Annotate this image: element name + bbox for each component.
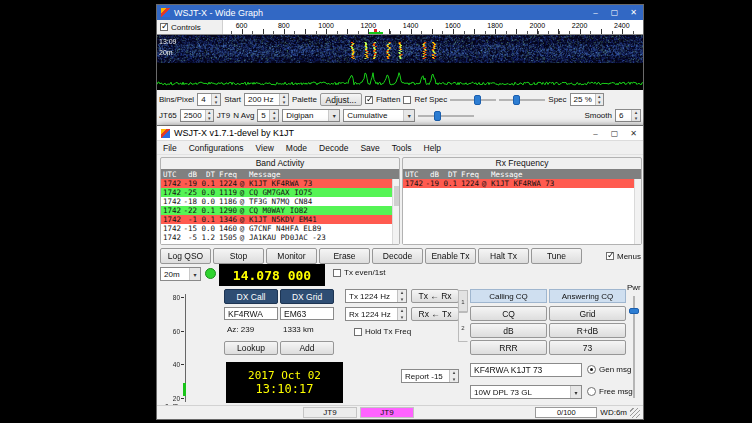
- pwr-slider[interactable]: [628, 296, 640, 398]
- spinner-arrows-icon[interactable]: ▴▾: [397, 308, 406, 320]
- add-button[interactable]: Add: [280, 341, 334, 355]
- decode-row[interactable]: 1742 -1 0.1 1346 @ K1JT N5KDV EM41: [161, 215, 392, 224]
- palette-combo[interactable]: Digipan ▾: [282, 109, 340, 122]
- slider-track: [499, 99, 545, 101]
- meter-axis: [185, 294, 186, 402]
- spectrum-display[interactable]: [157, 63, 643, 90]
- action-button[interactable]: Log QSO: [160, 248, 211, 264]
- action-button[interactable]: Halt Tx: [478, 248, 529, 264]
- resize-grip-icon[interactable]: [630, 408, 640, 418]
- decode-row[interactable]: 1742 -5 1.2 1505 @ JA1KAU PD0JAC -23: [161, 233, 392, 242]
- decode-row[interactable]: 1742 -25 0.0 1119 @ CQ GM7GAX IO75: [161, 188, 392, 197]
- lookup-button[interactable]: Lookup: [224, 341, 278, 355]
- spinner-arrows-icon[interactable]: ▴▾: [269, 110, 278, 121]
- chevron-down-icon: ▾: [570, 386, 581, 398]
- display-mode-combo[interactable]: Cumulative ▾: [343, 109, 415, 122]
- scrollbar[interactable]: [392, 179, 399, 244]
- menu-item[interactable]: Configurations: [183, 143, 250, 153]
- message-button[interactable]: R+dB: [549, 323, 626, 338]
- action-button[interactable]: Tune: [531, 248, 582, 264]
- navg-spinner[interactable]: 5 ▴▾: [257, 109, 279, 122]
- decode-row[interactable]: 1742 -19 0.1 1224 @ K1JT KF4RWA 73: [161, 179, 392, 188]
- smooth-spinner[interactable]: 6 ▴▾: [615, 109, 641, 122]
- message-button[interactable]: CQ: [470, 306, 547, 321]
- waterfall-zero-slider[interactable]: [499, 93, 545, 107]
- gen-msg-radio[interactable]: Gen msg: [587, 365, 631, 374]
- spinner-arrows-icon[interactable]: ▴▾: [631, 110, 640, 121]
- menu-item[interactable]: View: [250, 143, 280, 153]
- menu-item[interactable]: Help: [418, 143, 447, 153]
- maximize-icon[interactable]: ▢: [605, 126, 624, 140]
- close-icon[interactable]: ✕: [624, 126, 643, 140]
- menu-item[interactable]: Tools: [386, 143, 418, 153]
- spectrum-gain-slider[interactable]: [418, 109, 474, 123]
- dx-call-button[interactable]: DX Call: [224, 289, 278, 304]
- menus-checkbox[interactable]: Menus: [606, 252, 641, 261]
- decode-row[interactable]: 1742 -19 0.1 1224 @ K1JT KF4RWA 73: [403, 179, 634, 188]
- spectrum-canvas[interactable]: [157, 63, 643, 90]
- decode-row[interactable]: 1742 -15 0.0 1460 @ G7CNF N4HFA EL89: [161, 224, 392, 233]
- tx-from-rx-button[interactable]: Tx ← Rx: [411, 289, 459, 303]
- tx-freq-spinner[interactable]: Tx 1224 Hz ▴▾: [345, 289, 407, 303]
- rx-from-tx-button[interactable]: Rx ← Tx: [411, 307, 459, 321]
- menu-item[interactable]: Mode: [280, 143, 313, 153]
- action-button[interactable]: Enable Tx: [425, 248, 476, 264]
- waterfall-canvas[interactable]: [157, 35, 643, 63]
- spinner-arrows-icon[interactable]: ▴▾: [595, 94, 603, 105]
- spinner-arrows-icon[interactable]: ▴▾: [449, 370, 458, 382]
- spinner-arrows-icon[interactable]: ▴▾: [205, 110, 213, 121]
- action-button[interactable]: Monitor: [266, 248, 317, 264]
- main-titlebar[interactable]: WSJT-X v1.7.1-devel by K1JT – ▢ ✕: [157, 126, 643, 141]
- tab-1[interactable]: 1: [458, 290, 468, 312]
- hold-tx-freq-checkbox[interactable]: Hold Tx Freq: [354, 327, 411, 336]
- dx-call-field[interactable]: KF4RWA: [224, 307, 278, 320]
- report-spinner[interactable]: Report -15 ▴▾: [401, 369, 459, 383]
- waterfall[interactable]: 13:09 20m: [157, 35, 643, 63]
- band-select-combo[interactable]: 20m ▾: [160, 267, 201, 281]
- action-button[interactable]: Decode: [372, 248, 423, 264]
- minimize-icon[interactable]: –: [586, 5, 605, 20]
- slider-handle[interactable]: [434, 111, 441, 121]
- free-msg-combo[interactable]: 10W DPL 73 GL ▾: [470, 385, 582, 399]
- scrollbar-thumb[interactable]: [394, 186, 399, 206]
- spinner-arrows-icon[interactable]: ▴▾: [397, 290, 406, 302]
- scrollbar[interactable]: [634, 179, 641, 244]
- tab-2[interactable]: 2: [458, 312, 468, 342]
- start-spinner[interactable]: 200 Hz ▴▾: [244, 93, 289, 106]
- message-button[interactable]: dB: [470, 323, 547, 338]
- spinner-arrows-icon[interactable]: ▴▾: [211, 94, 220, 105]
- dx-grid-button[interactable]: DX Grid: [280, 289, 334, 304]
- rx-freq-spinner[interactable]: Rx 1224 Hz ▴▾: [345, 307, 407, 321]
- free-msg-radio[interactable]: Free msg: [587, 387, 633, 396]
- ref-spec-checkbox[interactable]: Ref Spec: [403, 95, 447, 104]
- wide-graph-titlebar[interactable]: WSJT-X - Wide Graph – ▢ ✕: [157, 5, 643, 20]
- waterfall-gain-slider[interactable]: [450, 93, 496, 107]
- decode-row[interactable]: 1742 -18 0.0 1186 @ TF3G N7MQ CN84: [161, 197, 392, 206]
- spec-spinner[interactable]: 25 % ▴▾: [570, 93, 604, 106]
- flatten-checkbox[interactable]: Flatten: [365, 95, 400, 104]
- slider-handle[interactable]: [513, 95, 520, 105]
- slider-handle[interactable]: [629, 308, 639, 314]
- menu-item[interactable]: Decode: [313, 143, 354, 153]
- controls-checkbox[interactable]: Controls: [160, 23, 201, 32]
- message-button[interactable]: RRR: [470, 340, 547, 355]
- bins-spinner[interactable]: 4 ▴▾: [197, 93, 221, 106]
- message-button[interactable]: 73: [549, 340, 626, 355]
- adjust-button[interactable]: Adjust...: [320, 93, 362, 106]
- gen-msg-field[interactable]: KF4RWA K1JT 73: [470, 363, 582, 377]
- split-spinner[interactable]: 2500 ▴▾: [180, 109, 214, 122]
- frequency-scale[interactable]: 60080010001200140016001800200022002400 C…: [157, 20, 643, 35]
- minimize-icon[interactable]: –: [586, 126, 605, 140]
- dx-grid-field[interactable]: EM63: [280, 307, 334, 320]
- spinner-arrows-icon[interactable]: ▴▾: [279, 94, 288, 105]
- decode-row[interactable]: 1742 -22 0.1 1290 @ CQ M0WAY IO82: [161, 206, 392, 215]
- tx-even-checkbox[interactable]: Tx even/1st: [333, 268, 385, 277]
- maximize-icon[interactable]: ▢: [605, 5, 624, 20]
- slider-handle[interactable]: [474, 95, 481, 105]
- menu-item[interactable]: File: [157, 143, 183, 153]
- message-button[interactable]: Grid: [549, 306, 626, 321]
- action-button[interactable]: Stop: [213, 248, 264, 264]
- action-button[interactable]: Erase: [319, 248, 370, 264]
- menu-item[interactable]: Save: [354, 143, 385, 153]
- close-icon[interactable]: ✕: [624, 5, 643, 20]
